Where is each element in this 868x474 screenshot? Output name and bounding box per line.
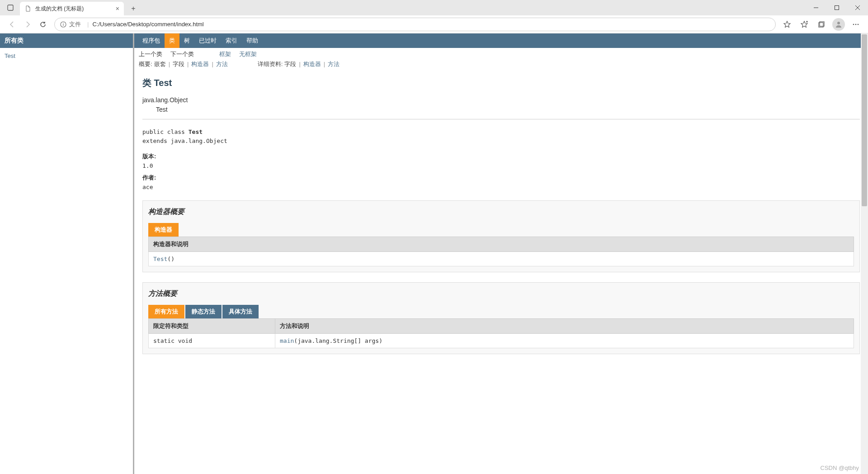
method-tab-all[interactable]: 所有方法: [148, 305, 184, 318]
back-button[interactable]: [5, 17, 20, 32]
version-label: 版本:: [142, 152, 860, 161]
new-tab-button[interactable]: +: [127, 2, 140, 15]
nav-tree[interactable]: 树: [179, 33, 194, 48]
nav-class[interactable]: 类: [165, 33, 179, 48]
detail-field: 字段: [284, 60, 296, 68]
table-row: Test(): [149, 252, 854, 266]
noframes-link[interactable]: 无框架: [239, 50, 257, 58]
constructor-col-header: 构造器和说明: [149, 237, 854, 252]
all-classes-frame: 所有类 Test: [0, 33, 134, 474]
summary-constr-link[interactable]: 构造器: [191, 60, 209, 68]
author-label: 作者:: [142, 174, 860, 182]
constructor-link[interactable]: Test: [153, 256, 167, 262]
tab-actions-button[interactable]: [3, 0, 18, 15]
method-table: 限定符和类型 方法和说明 static void main(java.lang.…: [148, 318, 854, 348]
method-link[interactable]: main: [280, 337, 294, 344]
site-info-icon[interactable]: [60, 21, 66, 28]
nav-index[interactable]: 索引: [221, 33, 242, 48]
nav-package[interactable]: 程序包: [138, 33, 165, 48]
summary-nested: 嵌套: [154, 60, 166, 68]
divider: [142, 119, 860, 119]
method-col2-header: 方法和说明: [275, 319, 854, 334]
url-scheme-label: 文件: [69, 20, 81, 28]
watermark: CSDN @qtbhy: [821, 465, 859, 471]
url-input[interactable]: 文件 | C:/Users/ace/Desktop/comment/index.…: [54, 18, 776, 31]
tab-title: 生成的文档 (无标题): [35, 5, 84, 13]
prev-class: 上一个类: [139, 50, 162, 58]
nav-help[interactable]: 帮助: [242, 33, 263, 48]
next-class: 下一个类: [170, 50, 194, 58]
maximize-button[interactable]: [826, 0, 847, 15]
svg-point-13: [853, 24, 854, 25]
favorites-star-icon[interactable]: [779, 17, 795, 32]
svg-point-6: [63, 23, 64, 24]
window-controls: [806, 0, 868, 15]
author-value: ace: [142, 184, 860, 190]
constructor-summary-title: 构造器概要: [148, 207, 854, 217]
close-window-button[interactable]: [847, 0, 868, 15]
class-signature: public class Test extends java.lang.Obje…: [142, 128, 860, 145]
inheritance-self: Test: [142, 105, 860, 114]
scrollbar[interactable]: [861, 33, 868, 474]
forward-button[interactable]: [20, 17, 35, 32]
summary-field: 字段: [173, 60, 184, 68]
svg-rect-2: [835, 6, 839, 10]
reload-button[interactable]: [35, 17, 51, 32]
page-icon: [24, 5, 32, 12]
method-modifier: static void: [149, 334, 275, 348]
svg-point-14: [855, 24, 857, 25]
method-summary: 方法概要 所有方法 静态方法 具体方法 限定符和类型 方法和说明 static …: [142, 282, 860, 354]
url-separator: |: [87, 21, 89, 28]
tab-strip: 生成的文档 (无标题) × +: [0, 0, 868, 15]
summary-method-link[interactable]: 方法: [216, 60, 228, 68]
top-nav: 程序包 类 树 已过时 索引 帮助: [134, 33, 868, 48]
minimize-button[interactable]: [806, 0, 826, 15]
profile-button[interactable]: [831, 17, 846, 32]
constructor-summary: 构造器概要 构造器 构造器和说明 Test(): [142, 200, 860, 272]
all-classes-header: 所有类: [0, 33, 133, 48]
close-tab-button[interactable]: ×: [108, 5, 119, 12]
summary-label: 概要:: [139, 60, 152, 68]
collections-icon[interactable]: [814, 17, 829, 32]
scrollbar-thumb[interactable]: [862, 34, 867, 206]
avatar-icon: [832, 18, 845, 31]
detail-constr-link[interactable]: 构造器: [303, 60, 321, 68]
class-link-test[interactable]: Test: [5, 52, 128, 59]
menu-button[interactable]: [848, 17, 863, 32]
method-summary-title: 方法概要: [148, 289, 854, 299]
svg-rect-0: [8, 5, 13, 10]
nav-deprecated[interactable]: 已过时: [194, 33, 221, 48]
method-col1-header: 限定符和类型: [149, 319, 275, 334]
frames-link[interactable]: 框架: [219, 50, 231, 58]
constructor-table: 构造器和说明 Test(): [148, 237, 854, 266]
browser-tab[interactable]: 生成的文档 (无标题) ×: [20, 2, 124, 15]
table-row: static void main(java.lang.String[] args…: [149, 334, 854, 348]
class-frame: 程序包 类 树 已过时 索引 帮助 上一个类 下一个类 框架 无框架 概要:: [134, 33, 868, 474]
svg-point-15: [858, 24, 859, 25]
sub-nav: 上一个类 下一个类 框架 无框架 概要: 嵌套| 字段| 构造器| 方法: [134, 48, 868, 71]
inheritance-tree: java.lang.Object Test: [142, 95, 860, 114]
class-heading: 类 Test: [142, 77, 860, 89]
address-bar: 文件 | C:/Users/ace/Desktop/comment/index.…: [0, 15, 868, 33]
detail-method-link[interactable]: 方法: [328, 60, 340, 68]
method-tab-static[interactable]: 静态方法: [185, 305, 222, 318]
method-tab-concrete[interactable]: 具体方法: [222, 305, 259, 318]
url-text: C:/Users/ace/Desktop/comment/index.html: [92, 21, 203, 28]
inheritance-parent: java.lang.Object: [142, 95, 860, 105]
favorites-icon[interactable]: [797, 17, 812, 32]
svg-point-12: [837, 22, 840, 24]
constructor-tab: 构造器: [148, 223, 179, 237]
detail-label: 详细资料:: [258, 60, 283, 68]
version-value: 1.0: [142, 162, 860, 169]
